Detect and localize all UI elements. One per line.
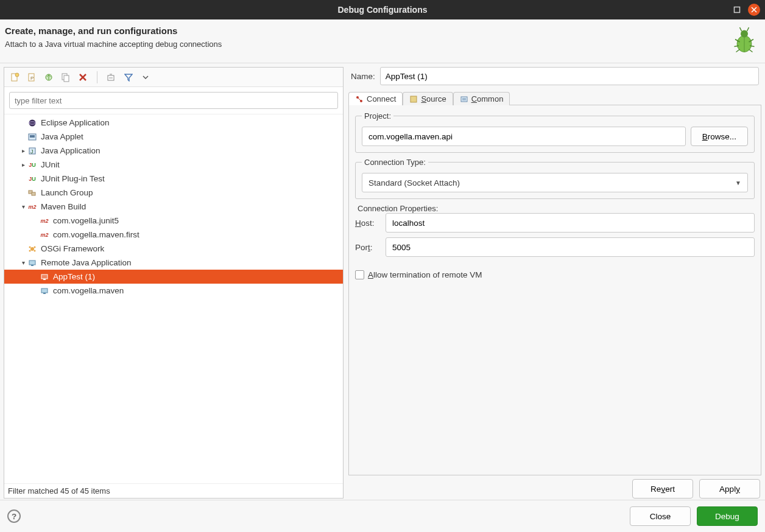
tree-item[interactable]: JUJUnit Plug-in Test xyxy=(4,172,343,186)
maven-icon: m2 xyxy=(27,202,37,212)
tree-item-label: JUnit Plug-in Test xyxy=(41,174,105,183)
svg-rect-47 xyxy=(411,96,417,102)
new-config-icon[interactable] xyxy=(9,72,20,83)
connection-type-group: Connection Type: Standard (Socket Attach… xyxy=(355,158,755,199)
filter-icon[interactable] xyxy=(123,72,134,83)
tab-connect[interactable]: Connect xyxy=(348,92,403,105)
tree-item[interactable]: ▸JJava Application xyxy=(4,144,343,158)
junit-icon: JU xyxy=(27,160,37,170)
name-label: Name: xyxy=(351,72,375,81)
svg-rect-42 xyxy=(41,289,48,293)
tree-item[interactable]: ▾m2Maven Build xyxy=(4,200,343,214)
tree-item-label: Java Application xyxy=(41,146,100,155)
delete-icon[interactable] xyxy=(77,72,88,83)
svg-line-11 xyxy=(749,49,753,52)
apply-button[interactable]: Apply xyxy=(699,479,760,499)
osgi-icon xyxy=(27,244,37,254)
svg-line-13 xyxy=(747,27,749,31)
tree-item-label: AppTest (1) xyxy=(53,272,95,281)
tree-item[interactable]: m2com.vogella.maven.first xyxy=(4,228,343,242)
tree-item[interactable]: com.vogella.maven xyxy=(4,284,343,298)
filter-status: Filter matched 45 of 45 items xyxy=(4,483,343,498)
twisty-icon[interactable]: ▸ xyxy=(19,147,27,154)
config-tree[interactable]: Eclipse ApplicationJava Applet▸JJava App… xyxy=(4,114,343,483)
new-proto-config-icon[interactable]: P xyxy=(26,72,37,83)
maximize-button[interactable] xyxy=(731,4,743,16)
svg-point-35 xyxy=(34,246,36,248)
tree-item-label: Remote Java Application xyxy=(41,258,132,267)
twisty-icon[interactable]: ▾ xyxy=(19,203,27,210)
export-icon[interactable] xyxy=(43,72,54,83)
allow-termination-checkbox[interactable] xyxy=(355,270,364,279)
svg-rect-28 xyxy=(30,135,35,138)
common-icon xyxy=(460,95,468,103)
tree-item-label: Eclipse Application xyxy=(41,118,110,127)
tree-item-label: Maven Build xyxy=(41,202,86,211)
tree-item[interactable]: AppTest (1) xyxy=(4,270,343,284)
port-input[interactable] xyxy=(386,237,755,257)
host-input[interactable] xyxy=(386,213,755,233)
twisty-icon[interactable]: ▾ xyxy=(19,259,27,266)
host-label: Host: xyxy=(355,219,379,228)
close-window-button[interactable] xyxy=(748,4,760,16)
debug-button[interactable]: Debug xyxy=(697,506,758,526)
launch-group-icon xyxy=(27,188,37,198)
svg-line-46 xyxy=(358,98,361,100)
maven-icon: m2 xyxy=(40,230,49,240)
tree-item[interactable]: Launch Group xyxy=(4,186,343,200)
tree-item-label: OSGi Framework xyxy=(41,244,104,253)
filter-input[interactable] xyxy=(9,92,338,109)
remote-config-icon xyxy=(40,272,49,282)
tree-item[interactable]: m2com.vogella.junit5 xyxy=(4,214,343,228)
svg-point-33 xyxy=(30,247,34,251)
connection-props-group: Connection Properties: Host: Port: xyxy=(355,204,755,262)
svg-line-10 xyxy=(736,49,740,52)
tree-item-label: com.vogella.junit5 xyxy=(53,216,119,225)
help-icon[interactable]: ? xyxy=(7,509,21,523)
port-label: Port: xyxy=(355,243,379,252)
svg-rect-32 xyxy=(32,192,35,195)
tree-item-label: JUnit xyxy=(41,160,60,169)
svg-rect-41 xyxy=(43,279,46,280)
svg-text:J: J xyxy=(30,149,33,155)
svg-rect-39 xyxy=(31,265,33,266)
connection-type-select[interactable]: Standard (Socket Attach) ▼ xyxy=(362,173,748,192)
left-toolbar: P xyxy=(4,68,343,87)
title-bar: Debug Configurations xyxy=(0,0,765,19)
source-icon xyxy=(409,95,418,103)
project-group: Project: Browse... xyxy=(355,111,755,153)
twisty-icon[interactable]: ▸ xyxy=(19,161,27,168)
svg-rect-43 xyxy=(43,293,46,294)
remote-java-icon xyxy=(27,258,37,268)
tree-item[interactable]: ▸JUJUnit xyxy=(4,158,343,172)
svg-rect-48 xyxy=(461,97,467,102)
revert-button[interactable]: Revert xyxy=(632,479,693,499)
tree-item[interactable]: ▾Remote Java Application xyxy=(4,256,343,270)
eclipse-icon xyxy=(27,118,37,128)
tab-source[interactable]: Source xyxy=(403,92,453,105)
conn-type-legend: Connection Type: xyxy=(362,158,428,167)
close-button[interactable]: Close xyxy=(630,506,691,526)
tree-item[interactable]: Eclipse Application xyxy=(4,116,343,130)
connect-icon xyxy=(355,95,364,103)
svg-point-36 xyxy=(29,250,31,251)
filter-dropdown-icon[interactable] xyxy=(140,72,151,83)
tab-common[interactable]: Common xyxy=(453,92,510,105)
tree-item[interactable]: Java Applet xyxy=(4,130,343,144)
tree-item-label: com.vogella.maven xyxy=(53,286,124,295)
collapse-all-icon[interactable] xyxy=(106,72,117,83)
applet-icon xyxy=(27,132,37,142)
svg-line-12 xyxy=(740,27,742,31)
browse-button[interactable]: Browse... xyxy=(691,127,748,146)
project-input[interactable] xyxy=(362,127,686,146)
duplicate-icon[interactable] xyxy=(60,72,71,83)
svg-text:P: P xyxy=(30,75,33,81)
page-subtitle: Attach to a Java virtual machine accepti… xyxy=(5,40,222,49)
svg-rect-40 xyxy=(41,275,48,279)
tree-item-label: Launch Group xyxy=(41,188,93,197)
name-input[interactable] xyxy=(380,67,759,85)
svg-rect-0 xyxy=(735,7,740,13)
window-title: Debug Configurations xyxy=(338,5,428,15)
tree-item[interactable]: OSGi Framework xyxy=(4,242,343,256)
tree-item-label: Java Applet xyxy=(41,132,83,141)
